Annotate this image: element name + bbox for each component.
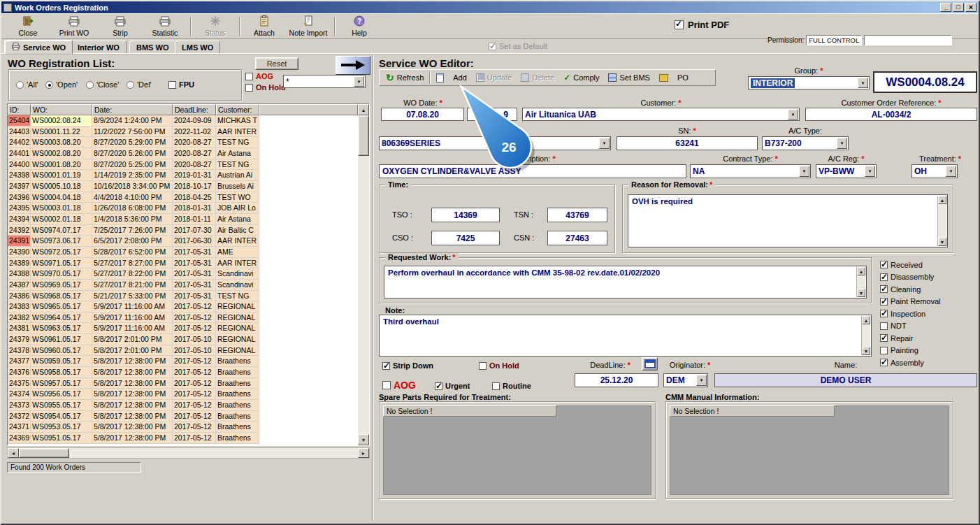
cell-cust[interactable]: REGIONAL bbox=[216, 345, 259, 357]
cell-date[interactable]: 5/8/2017 12:38:00 PM bbox=[92, 389, 173, 400]
cell-cust[interactable]: Braathens bbox=[216, 389, 259, 400]
filter-del-radio[interactable]: 'Del' bbox=[127, 80, 152, 89]
chevron-down-icon[interactable] bbox=[858, 78, 868, 88]
chevron-down-icon[interactable] bbox=[946, 166, 956, 177]
reset-button[interactable]: Reset bbox=[255, 57, 298, 70]
attach-button[interactable]: Attach bbox=[243, 15, 285, 37]
cell-wo[interactable]: WS0970.05.17 bbox=[31, 268, 92, 280]
table-row[interactable]: 24373WS0955.05.175/8/2017 12:38:00 PM201… bbox=[8, 400, 358, 411]
cell-cust[interactable]: REGIONAL bbox=[216, 301, 259, 312]
cell-cust[interactable]: Air Astana bbox=[216, 148, 259, 159]
cell-date[interactable]: 8/27/2020 5:25:00 PM bbox=[92, 159, 173, 171]
cell-wo[interactable]: WS0953.05.17 bbox=[31, 422, 92, 433]
treatment-step-checkbox[interactable]: Repair bbox=[880, 332, 978, 345]
cell-cust[interactable]: TEST NG bbox=[216, 291, 259, 302]
cell-dl[interactable]: 2018-01-11 bbox=[173, 214, 216, 225]
routine-checkbox[interactable]: Routine bbox=[492, 382, 531, 390]
cell-date[interactable]: 6/5/2017 2:08:00 PM bbox=[92, 236, 173, 247]
cell-cust[interactable]: Braathens bbox=[216, 411, 259, 422]
table-row[interactable]: 24375WS0957.05.175/8/2017 12:38:00 PM201… bbox=[8, 378, 358, 389]
cell-id[interactable]: 25404 bbox=[8, 115, 31, 127]
cell-id[interactable]: 24375 bbox=[8, 378, 31, 389]
cell-id[interactable]: 24398 bbox=[8, 170, 31, 181]
cell-dl[interactable]: 2017-05-12 bbox=[173, 433, 216, 444]
cell-id[interactable]: 24378 bbox=[8, 345, 31, 357]
cell-dl[interactable]: 2017-05-31 bbox=[173, 291, 216, 302]
tso-field[interactable]: 14369 bbox=[431, 208, 500, 222]
cell-date[interactable]: 5/8/2017 2:01:00 PM bbox=[92, 345, 173, 357]
cell-date[interactable]: 5/9/2017 11:16:00 AM bbox=[92, 312, 173, 324]
help-button[interactable]: ? Help bbox=[338, 15, 380, 37]
cell-date[interactable]: 5/9/2017 11:16:00 AM bbox=[92, 301, 173, 312]
maximize-button[interactable] bbox=[953, 3, 964, 12]
table-row[interactable]: 24382WS0964.05.175/9/2017 11:16:00 AM201… bbox=[8, 312, 358, 324]
cell-wo[interactable]: WS0001.11.22 bbox=[31, 127, 92, 138]
table-row[interactable]: 24381WS0963.05.175/9/2017 11:16:00 AM201… bbox=[8, 323, 358, 334]
cell-wo[interactable]: WS0961.05.17 bbox=[31, 334, 92, 345]
chevron-down-icon[interactable] bbox=[837, 138, 847, 149]
table-row[interactable]: 24372WS0954.05.175/8/2017 12:38:00 PM201… bbox=[8, 411, 358, 422]
cell-wo[interactable]: WS0001.01.19 bbox=[31, 170, 92, 181]
table-row[interactable]: 24369WS0951.05.175/8/2017 12:38:00 PM201… bbox=[8, 433, 358, 444]
treatment-step-checkbox[interactable]: Disassembly bbox=[880, 271, 978, 284]
table-row[interactable]: 24390WS0972.05.175/28/2017 6:52:00 PM201… bbox=[8, 247, 358, 258]
cell-dl[interactable]: 2017-05-31 bbox=[173, 268, 216, 280]
cell-date[interactable]: 5/8/2017 12:38:00 PM bbox=[92, 367, 173, 378]
originator-combo[interactable]: DEM bbox=[663, 373, 708, 387]
cell-id[interactable]: 24379 bbox=[8, 334, 31, 345]
po-button[interactable]: PO bbox=[674, 71, 692, 85]
table-row[interactable]: 24397WS0005.10.1810/16/2018 3:34:00 PM20… bbox=[8, 181, 358, 192]
set-bms-button[interactable]: Set BMS bbox=[605, 71, 653, 85]
cell-id[interactable]: 24401 bbox=[8, 148, 31, 159]
spare-parts-list[interactable] bbox=[383, 405, 651, 495]
treatment-step-checkbox[interactable]: Assembly bbox=[880, 357, 978, 369]
cell-id[interactable]: 24389 bbox=[8, 258, 31, 269]
cell-date[interactable]: 8/27/2020 5:26:00 PM bbox=[92, 148, 173, 159]
tab-bms-wo[interactable]: BMS WO bbox=[129, 41, 175, 53]
cell-dl[interactable]: 2020-08-27 bbox=[173, 137, 216, 148]
cell-date[interactable]: 8/27/2020 5:29:00 PM bbox=[92, 137, 173, 148]
chevron-down-icon[interactable] bbox=[788, 109, 798, 120]
cell-dl[interactable]: 2017-05-12 bbox=[173, 323, 216, 334]
wo-filter-combo[interactable]: * bbox=[283, 75, 366, 88]
onhold-filter-checkbox[interactable]: On Hold bbox=[245, 83, 286, 92]
cell-id[interactable]: 24373 bbox=[8, 400, 31, 411]
note-textarea[interactable]: Third overhaul bbox=[379, 315, 872, 357]
cell-date[interactable]: 5/8/2017 12:38:00 PM bbox=[92, 422, 173, 433]
cell-dl[interactable]: 2017-05-12 bbox=[173, 389, 216, 400]
cell-wo[interactable]: WS0973.06.17 bbox=[31, 236, 92, 247]
table-row[interactable]: 24377WS0959.05.175/8/2017 12:38:00 PM201… bbox=[8, 356, 358, 367]
cell-date[interactable]: 1/26/2018 6:08:00 PM bbox=[92, 203, 173, 214]
scroll-down-button[interactable] bbox=[857, 289, 865, 297]
cell-dl[interactable]: 2017-05-12 bbox=[173, 312, 216, 324]
scroll-down-button[interactable] bbox=[938, 238, 946, 246]
cell-id[interactable]: 24388 bbox=[8, 268, 31, 280]
tab-lms-wo[interactable]: LMS WO bbox=[175, 41, 220, 53]
table-row[interactable]: 24386WS0968.05.175/21/2017 5:33:00 PM201… bbox=[8, 291, 358, 302]
cell-dl[interactable]: 2017-05-31 bbox=[173, 280, 216, 291]
treatment-step-checkbox[interactable]: Painting bbox=[880, 345, 978, 357]
cell-wo[interactable]: WS0968.05.17 bbox=[31, 291, 92, 302]
close-window-button[interactable] bbox=[965, 3, 977, 12]
cell-date[interactable]: 5/28/2017 6:52:00 PM bbox=[92, 247, 173, 258]
refresh-button[interactable]: Refresh bbox=[382, 71, 427, 85]
cell-id[interactable]: 24371 bbox=[8, 422, 31, 433]
scroll-thumb[interactable] bbox=[19, 448, 69, 458]
cell-wo[interactable]: WS0001.08.20 bbox=[31, 159, 92, 171]
scroll-up-button[interactable] bbox=[857, 267, 865, 275]
table-row[interactable]: 24391WS0973.06.176/5/2017 2:08:00 PM2017… bbox=[8, 236, 358, 247]
print-pdf-checkbox[interactable]: Print PDF bbox=[675, 20, 729, 30]
cell-dl[interactable]: 2020-08-27 bbox=[173, 148, 216, 159]
cell-wo[interactable]: WS0958.05.17 bbox=[31, 367, 92, 378]
cell-cust[interactable]: TEST WO bbox=[216, 192, 259, 203]
table-row[interactable]: 24374WS0956.05.175/8/2017 12:38:00 PM201… bbox=[8, 389, 358, 400]
cell-cust[interactable]: Braathens bbox=[216, 367, 259, 378]
requested-textarea[interactable]: Perform overhaul in accordance with CMM … bbox=[384, 266, 867, 299]
on-hold-checkbox[interactable]: On Hold bbox=[479, 361, 519, 370]
cell-cust[interactable]: AME bbox=[216, 247, 259, 258]
tab-interior-wo[interactable]: Interior WO bbox=[71, 41, 127, 53]
tab-service-wo[interactable]: Service WO bbox=[4, 40, 73, 54]
strip-button[interactable]: Strip bbox=[99, 15, 141, 37]
cell-date[interactable]: 4/4/2018 4:10:00 PM bbox=[92, 192, 173, 203]
cell-dl[interactable]: 2017-05-12 bbox=[173, 367, 216, 378]
